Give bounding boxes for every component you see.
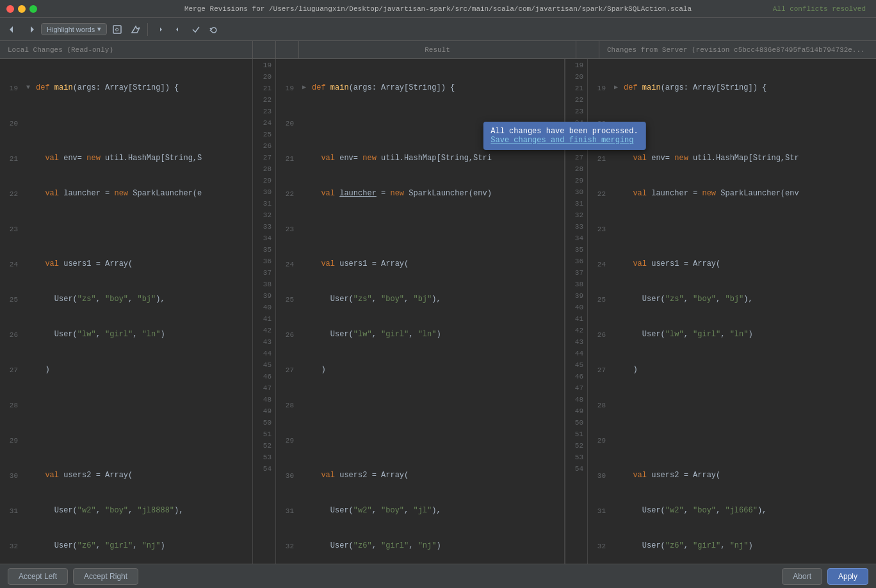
toolbar: Highlight words ▾ ⚙: [0, 18, 876, 41]
table-row: 21 val env= new util.HashMap[String,Str: [588, 152, 876, 165]
table-row: 26 User("lw", "girl", "ln"): [0, 329, 252, 341]
table-row: 24 val users1 = Array(: [588, 258, 876, 270]
abort-button[interactable]: Abort: [782, 568, 822, 585]
settings-button[interactable]: ⚙: [110, 23, 125, 36]
left-panel-header: Local Changes (Read-only): [0, 41, 253, 58]
center-line-nums-left-col: 19 20 21 22 23 24 25 26 27 28 29 30 31 3…: [253, 59, 276, 564]
table-row: 31 User("w2", "boy", "jl8888"),: [0, 505, 252, 517]
undo-button[interactable]: [206, 23, 222, 36]
table-row: 25 User("zs", "boy", "bj"),: [276, 293, 564, 306]
bottom-right-buttons: Abort Apply: [782, 568, 868, 585]
accept-right-toolbar[interactable]: [170, 23, 186, 36]
table-row: 21 val env= new util.HashMap[String,Stri: [276, 152, 564, 165]
table-row: 22 val launcher = new SparkLauncher(env: [588, 188, 876, 200]
center-area: 19 20 21 22 23 24 25 26 27 28 29 30 31 3…: [253, 59, 876, 564]
main-content: 19▼def main(args: Array[String]) { 20 21…: [0, 59, 876, 564]
magic-button[interactable]: [127, 23, 143, 36]
table-row: 28: [588, 399, 876, 411]
table-row: 23: [0, 223, 252, 235]
table-row: 29: [588, 434, 876, 446]
table-row: 32 User("z6", "girl", "nj"): [0, 540, 252, 552]
save-finish-link[interactable]: Save changes and finish merging: [491, 136, 633, 145]
center-panel-header: Result: [299, 41, 576, 58]
table-row: 20: [0, 117, 252, 129]
center-left-nums: 19 20 21 22 23 24 25 26 27 28 29 30 31 3…: [253, 59, 275, 475]
toolbar-divider-1: [147, 23, 148, 36]
table-row: 31 User("w2", "boy", "jl"),: [276, 505, 564, 517]
apply-button[interactable]: Apply: [827, 568, 868, 585]
titlebar: Merge Revisions for /Users/liuguangxin/D…: [0, 0, 876, 18]
table-row: 24 val users1 = Array(: [276, 258, 564, 270]
highlight-words-button[interactable]: Highlight words ▾: [41, 23, 107, 35]
window-controls: [6, 5, 37, 13]
table-row: 27 ): [276, 364, 564, 376]
table-row: 29: [276, 434, 564, 446]
table-row: 28: [276, 399, 564, 411]
tooltip-popup: All changes have been processed. Save ch…: [483, 122, 645, 150]
table-row: 23: [588, 223, 876, 235]
table-row: 22 val launcher = new SparkLauncher(env): [276, 188, 564, 200]
table-row: 19▼def main(args: Array[String]) {: [0, 82, 252, 94]
table-row: 19▶def main(args: Array[String]) {: [276, 82, 564, 94]
table-row: 27 ): [588, 364, 876, 376]
close-button[interactable]: [6, 5, 14, 13]
table-row: 30 val users2 = Array(: [276, 470, 564, 482]
table-row: 30 val users2 = Array(: [0, 470, 252, 482]
window-title: Merge Revisions for /Users/liuguangxin/D…: [184, 5, 692, 13]
bottom-bar: Accept Left Accept Right Abort Apply: [0, 564, 876, 588]
conflict-status: All conflicts resolved: [773, 5, 866, 13]
table-row: 32 User("z6", "girl", "nj"): [276, 540, 564, 552]
table-row: 28: [0, 399, 252, 411]
svg-text:⚙: ⚙: [115, 27, 119, 33]
next-change-button[interactable]: [23, 23, 38, 36]
accept-left-toolbar[interactable]: [152, 23, 168, 36]
left-code-scroll[interactable]: 19▼def main(args: Array[String]) { 20 21…: [0, 59, 252, 564]
table-row: 32 User("z6", "girl", "nj"): [588, 540, 876, 552]
center-line-nums-left: [276, 41, 299, 58]
table-row: 21 val env= new util.HashMap[String,S: [0, 152, 252, 165]
table-row: 26 User("lw", "girl", "ln"): [588, 329, 876, 341]
maximize-button[interactable]: [29, 5, 37, 13]
table-row: 27 ): [0, 364, 252, 376]
minimize-button[interactable]: [18, 5, 26, 13]
table-row: 19▶def main(args: Array[String]) {: [588, 82, 876, 94]
resolve-button[interactable]: [188, 23, 204, 36]
prev-change-button[interactable]: [5, 23, 20, 36]
left-panel: 19▼def main(args: Array[String]) { 20 21…: [0, 59, 253, 564]
left-code: 19▼def main(args: Array[String]) { 20 21…: [0, 59, 252, 564]
table-row: 22 val launcher = new SparkLauncher(e: [0, 188, 252, 200]
table-row: 31 User("w2", "boy", "jl666"),: [588, 505, 876, 517]
table-row: 30 val users2 = Array(: [588, 470, 876, 482]
tooltip-message: All changes have been processed.: [491, 127, 638, 136]
table-row: 23: [276, 223, 564, 235]
table-row: 26 User("lw", "girl", "ln"): [276, 329, 564, 341]
table-row: 25 User("zs", "boy", "bj"),: [588, 293, 876, 306]
table-row: 25 User("zs", "boy", "bj"),: [0, 293, 252, 306]
accept-left-button[interactable]: Accept Left: [8, 568, 68, 585]
right-panel-header: Changes from Server (revision c5bcc4836e…: [599, 41, 876, 58]
table-row: 29: [0, 434, 252, 446]
table-row: 24 val users1 = Array(: [0, 258, 252, 270]
accept-right-button[interactable]: Accept Right: [73, 568, 138, 585]
column-headers: Local Changes (Read-only) Result Changes…: [0, 41, 876, 59]
bottom-left-buttons: Accept Left Accept Right: [8, 568, 138, 585]
